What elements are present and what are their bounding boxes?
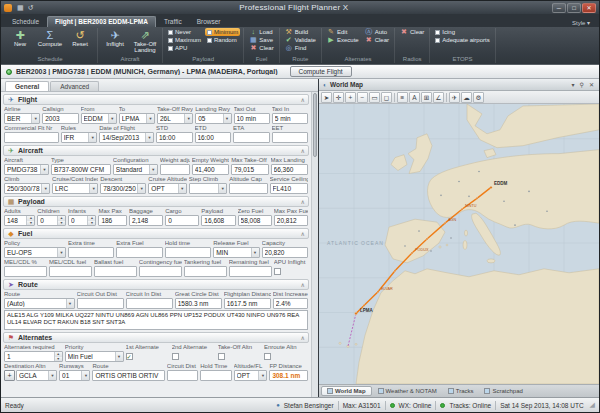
minimum-checkbox[interactable]: Minimum [205,28,240,36]
zoom-in-button[interactable]: + [345,92,356,103]
alternates-required-input[interactable]: 1▲▼ [4,351,63,362]
grid-toggle-button[interactable]: ⊞ [421,92,432,103]
rules-input[interactable]: IFR▼ [61,132,98,143]
taxi-in-input[interactable]: 5 min [272,113,308,124]
descent-input[interactable]: 78/300/250▼ [100,183,146,194]
tankering-fuel-input[interactable] [184,266,227,277]
inflight-button[interactable]: ✈Inflight [101,28,129,47]
altitude-cap-input[interactable] [229,183,267,194]
circuit-out-dist-input[interactable] [77,298,124,309]
status-user[interactable]: Stefan Bensinger [284,402,334,409]
baggage-input[interactable]: 2,148 [129,215,163,226]
zero-fuel-input[interactable]: 58,008 [238,215,272,226]
collapse-icon[interactable]: ∧ [301,198,305,206]
destination-altn-input[interactable]: GCLA▼ [16,370,57,381]
load-button[interactable]: ↓Load [247,28,275,36]
to-input[interactable]: LPMA▼ [119,113,155,124]
callsign-input[interactable]: 2003 [42,113,78,124]
collapse-icon[interactable]: ∧ [301,334,305,342]
random-checkbox[interactable]: Random [205,36,240,44]
altitude-fl-input[interactable]: OPT▼ [234,370,268,381]
aircraft-input[interactable]: PMDG738▼ [4,164,49,175]
map-tab-tracks[interactable]: Tracks [443,387,479,395]
max-pax-fuel-input[interactable]: 20,812 [274,215,308,226]
show-aircraft-button[interactable]: ✈ [449,92,460,103]
form-tab-general[interactable]: General [5,81,49,91]
cargo-input[interactable]: 0 [165,215,199,226]
map-tab-scratchpad[interactable]: Scratchpad [479,387,527,395]
form-scrollbar[interactable] [311,92,318,397]
collapse-icon[interactable]: ∧ [301,147,305,155]
add-alternate-button[interactable]: + [4,370,15,381]
collapse-icon[interactable]: ∧ [301,281,305,289]
pan-tool-button[interactable]: ✛ [333,92,344,103]
section-header-fuel[interactable]: ◆Fuel∧ [3,228,309,239]
cruise-altitude-fl-input[interactable]: OPT▼ [148,183,186,194]
weight-adjust-input[interactable] [160,164,190,175]
close-button[interactable]: ✕ [582,3,596,13]
undo-quick-icon[interactable]: ↺ [28,3,34,12]
from-input[interactable]: EDDM▼ [81,113,117,124]
landing-rwy-input[interactable]: 05▼ [195,113,231,124]
maximize-button[interactable]: □ [567,3,581,13]
max-pax-input[interactable]: 186 [98,215,127,226]
route-input[interactable]: (Auto)▼ [4,298,75,309]
resize-grip[interactable]: ◢ [590,401,595,409]
hold-time-input[interactable] [165,247,211,258]
zoom-out-button[interactable]: − [357,92,368,103]
zoom-window-button[interactable]: ▭ [369,92,380,103]
ribbon-tab-browser[interactable]: Browser [190,17,228,27]
adults-input[interactable]: 148▲▼ [4,215,35,226]
execute-button[interactable]: ▶Execute [325,36,361,44]
2nd-alternate-checkbox[interactable] [172,353,179,360]
take-off-altn-checkbox[interactable] [218,353,225,360]
map-canvas[interactable]: EDDM LPMA NINTU AGN PODUX ELVAR ATLANTIC… [319,104,599,384]
panel-menu-icon[interactable]: ▾ [571,81,576,89]
reset-button[interactable]: ↺Reset [66,28,94,47]
route-textarea[interactable]: ALE15 ALG Y109 MILKA UQ227 NINTU UN869 A… [4,310,308,330]
take-off-rwy-input[interactable]: 26L▼ [157,113,193,124]
section-header-payload[interactable]: ▦Payload∧ [3,196,309,207]
hold-time-input[interactable] [200,370,231,381]
labels-toggle-button[interactable]: A [409,92,420,103]
cruise-cost-index-input[interactable]: LRC▼ [52,183,98,194]
icing-checkbox[interactable]: Icing [433,28,491,36]
status-tracks[interactable]: Tracks: Online [449,402,491,409]
adequate-airports-checkbox[interactable]: Adequate airports [433,36,491,44]
policy-input[interactable]: EU-OPS▼ [4,247,66,258]
style-menu[interactable]: Style ▾ [567,18,595,27]
maximum-checkbox[interactable]: Maximum [166,36,203,44]
measure-tool-button[interactable]: ∠ [433,92,444,103]
ribbon-tab-schedule[interactable]: Schedule [5,17,46,27]
form-tab-advanced[interactable]: Advanced [50,81,99,91]
layers-button[interactable]: ≡ [397,92,408,103]
collapse-icon[interactable]: ∧ [301,96,305,104]
section-header-flight[interactable]: ✈Flight∧ [3,94,309,105]
save-button[interactable]: ▦Save [247,36,275,44]
minimize-button[interactable]: ─ [552,3,566,13]
children-input[interactable]: 0▲▼ [37,215,66,226]
ribbon-tab-flight[interactable]: Flight | BER2003 EDDM-LPMA [47,16,156,27]
take-off-landing-button[interactable]: ⇗Take-Off Landing [131,28,159,53]
dist-increase-input[interactable]: 2.4% [273,298,308,309]
capacity-input[interactable]: 20,820 [262,247,308,258]
max-take-off-input[interactable]: 79,015 [231,164,268,175]
circuit-dist-input[interactable] [167,370,198,381]
infants-input[interactable]: 0▲▼ [68,215,97,226]
ballast-fuel-input[interactable] [94,266,137,277]
date-of-flight-input[interactable]: 14/Sep/2013▼ [99,132,154,143]
section-header-alternates[interactable]: ⚑Alternates∧ [3,332,309,343]
climb-input[interactable]: 250/300/78▼ [4,183,50,194]
flightplan-distance-input[interactable]: 1617.5 nm [224,298,271,309]
std-input[interactable]: 16:00 [156,132,193,143]
map-tab-world-map[interactable]: World Map [321,386,372,396]
runways-input[interactable]: 01▼ [59,370,90,381]
step-climb-input[interactable]: ▼ [189,183,227,194]
select-tool-button[interactable]: ➤ [321,92,332,103]
never-checkbox[interactable]: Never [166,28,203,36]
clear-button[interactable]: ✖Clear [363,36,391,44]
remaining-fuel-input[interactable] [229,266,272,277]
weather-overlay-button[interactable]: ☁ [461,92,472,103]
map-tab-weather-notam[interactable]: Weather & NOTAM [373,387,442,395]
clear-button[interactable]: ✖Clear [398,28,426,36]
